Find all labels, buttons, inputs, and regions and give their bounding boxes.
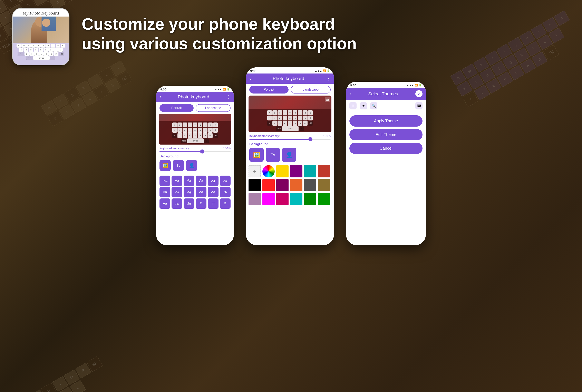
font-15[interactable]: Tt <box>196 198 206 209</box>
color-magenta-dark[interactable] <box>276 179 288 191</box>
font-13[interactable]: Aa <box>172 198 182 209</box>
keyboard-icon[interactable]: ⌨ <box>415 102 422 110</box>
pkr2-4: ?123 SPACE ↵ <box>249 126 330 131</box>
person-bg2-btn[interactable]: 👤 <box>282 148 296 162</box>
color-lime[interactable] <box>318 193 330 205</box>
color-teal[interactable] <box>304 165 316 178</box>
color-red[interactable] <box>318 165 330 178</box>
font-5[interactable]: A̤a̤ <box>220 176 230 186</box>
key-e: E <box>26 44 31 48</box>
gallery2-btn[interactable]: 🖼️ <box>249 148 264 162</box>
phone1-kb-preview: Preview w e r t y u i o p a <box>159 114 231 144</box>
color-brown[interactable] <box>318 179 330 191</box>
bg-section-title: Background <box>160 154 230 158</box>
font-6[interactable]: Aa <box>160 187 170 197</box>
key-z: Z <box>24 52 29 56</box>
font-12[interactable]: Aa <box>160 198 170 209</box>
grid-icon[interactable]: ⊞ <box>350 102 356 110</box>
gallery-btn[interactable]: 🖼️ <box>160 160 171 171</box>
back-icon[interactable]: ‹ <box>160 94 161 100</box>
search-icon[interactable]: 🔍 <box>370 102 378 110</box>
color-yellow[interactable] <box>276 165 288 178</box>
person-bg-btn[interactable]: 👤 <box>186 160 197 171</box>
cancel-btn[interactable]: Cancel <box>350 143 422 154</box>
wifi2-icon: 📶 <box>323 70 326 72</box>
pk2-w: w <box>267 110 272 115</box>
landscape-tab[interactable]: Landscape <box>196 104 230 112</box>
color-black[interactable] <box>248 179 261 191</box>
preview-keyboard2: w e r t y u i o p a s d f <box>248 109 332 132</box>
phone-3: 9:30 ▲▲▲ 📶 🔋 ‹ Select Themes ✓ ⊞ ★ � <box>346 82 426 245</box>
font-11[interactable]: ab <box>220 187 230 197</box>
battery-icon: 🔋 <box>227 88 230 91</box>
key-y: Y <box>41 44 46 48</box>
color-gray[interactable] <box>304 179 316 191</box>
key-del: ⌫ <box>59 52 64 56</box>
phone3-status-bar: 9:30 ▲▲▲ 📶 🔋 <box>346 82 426 88</box>
header-section: My Photo Keyboard Q W E R T Y U I O <box>0 0 582 70</box>
pk2-space: SPACE <box>282 126 298 131</box>
key-w: W <box>22 44 26 48</box>
text-style-btn[interactable]: Ty <box>173 160 184 171</box>
color-bright-red[interactable] <box>262 179 275 191</box>
color-magenta[interactable] <box>262 193 275 205</box>
slider2-label-row: Keyboard transparency: 100% <box>249 134 330 138</box>
menu2-icon[interactable]: ⋮ <box>326 76 330 81</box>
slider-thumb[interactable] <box>200 150 204 154</box>
font-16[interactable]: TT <box>208 198 218 209</box>
pk-l: l <box>213 128 218 133</box>
wifi-icon: 📶 <box>223 88 226 91</box>
slider2-thumb[interactable] <box>308 137 312 141</box>
apply-theme-btn[interactable]: Apply Theme <box>350 115 422 126</box>
key-j: J <box>48 48 53 52</box>
phone3-app-bar: ‹ Select Themes ✓ <box>346 88 426 100</box>
font-2[interactable]: Aa <box>184 176 194 186</box>
phone1-title: Photo keyboard <box>163 94 224 100</box>
slider2-track[interactable] <box>249 139 330 140</box>
font-3[interactable]: Aa <box>196 176 206 186</box>
pk-u: u <box>198 122 202 128</box>
color-purple[interactable] <box>290 165 302 178</box>
color-green[interactable] <box>304 193 316 205</box>
add-color-btn[interactable]: + <box>248 165 261 178</box>
phone2-slider: Keyboard transparency: 100% <box>246 132 334 141</box>
font-8[interactable]: Ag <box>184 187 194 197</box>
transparency-label: Keyboard transparency: <box>160 146 190 150</box>
color-wheel[interactable] <box>262 165 275 178</box>
phone2-kb-preview: ⌨ w e r t y u i o p a <box>248 96 332 132</box>
font-4[interactable]: Aa̲ <box>208 176 218 186</box>
signal2-icon: ▲▲▲ <box>315 70 322 72</box>
font-grid: +Aa Aa Aa Aa Aa̲ A̤a̤ Aa Aa Ag Aa Aa ab … <box>156 174 234 210</box>
slider-track[interactable] <box>160 151 230 152</box>
menu-icon[interactable]: ⋮ <box>226 94 230 100</box>
check-icon[interactable]: ✓ <box>415 90 422 98</box>
font-9[interactable]: Aa <box>196 187 206 197</box>
text-style2-btn[interactable]: Ty <box>266 148 280 162</box>
back2-icon[interactable]: ‹ <box>249 76 251 81</box>
font-1[interactable]: Aa <box>172 176 182 186</box>
font-7[interactable]: Aa <box>172 187 182 197</box>
pkr2-1: w e r t y u i o p <box>249 110 330 115</box>
pk2-y: y <box>288 110 292 115</box>
star-icon[interactable]: ★ <box>360 102 367 110</box>
portrait2-tab[interactable]: Portrait <box>249 86 288 94</box>
font-17[interactable]: Tr <box>220 198 230 209</box>
back3-icon[interactable]: ‹ <box>350 91 351 96</box>
color-cyan[interactable] <box>290 193 302 205</box>
font-10[interactable]: Aa <box>208 187 218 197</box>
edit-theme-btn[interactable]: Edit Theme <box>350 129 422 140</box>
pk-r: r <box>182 122 187 128</box>
portrait-tab[interactable]: Portrait <box>160 104 194 112</box>
color-crimson[interactable] <box>276 193 288 205</box>
pk-w: w <box>172 122 177 128</box>
color-orange[interactable] <box>290 179 302 191</box>
color-lavender[interactable] <box>248 193 261 205</box>
phone1-slider-section: Keyboard transparency: 100% <box>156 144 234 153</box>
pk2-del: ⌫ <box>308 121 313 126</box>
phones-container: 9:30 ▲▲▲ 📶 🔋 ‹ Photo keyboard ⋮ Portrait… <box>0 70 582 392</box>
font-add[interactable]: +Aa <box>160 176 170 186</box>
pk2-e: e <box>272 110 277 115</box>
font-14[interactable]: Aa <box>184 198 194 209</box>
landscape2-tab[interactable]: Landscape <box>290 86 330 94</box>
kb-row-4: ?123 SPACE ↵ <box>14 56 68 60</box>
